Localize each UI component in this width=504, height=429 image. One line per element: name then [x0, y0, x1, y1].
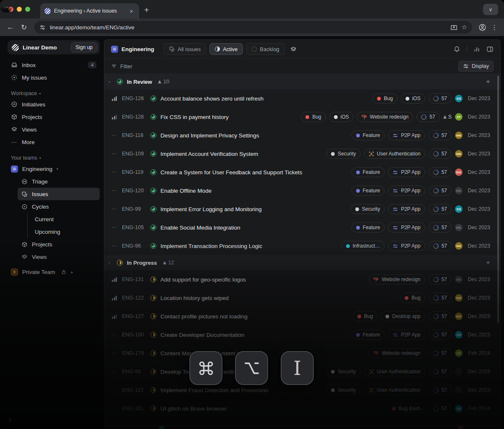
label-badge[interactable]: Bug — [400, 293, 425, 303]
avatar[interactable] — [455, 386, 463, 394]
sidebar-item-triage[interactable]: Triage — [18, 175, 100, 188]
avatar[interactable]: DK — [455, 224, 463, 231]
avatar[interactable]: EH — [455, 168, 463, 176]
tab-backlog[interactable]: Backlog — [246, 43, 284, 55]
issue-row[interactable]: ⋯ENG-99Implement Error Logging and Monit… — [104, 200, 500, 218]
sidebar-item-team-views[interactable]: Views — [18, 251, 100, 263]
cycle-badge[interactable]: 57 — [429, 403, 452, 413]
cycle-badge[interactable]: 57 — [429, 130, 452, 140]
issue-title[interactable]: Enable Offline Mode — [160, 188, 212, 194]
priority-icon[interactable] — [111, 115, 118, 119]
collapse-chevron-icon[interactable]: ▾ — [109, 261, 114, 265]
sidebar-team-engineering[interactable]: Engineering ▾ — [8, 163, 100, 175]
tab-all-issues[interactable]: All issues — [163, 43, 206, 55]
browser-menu-icon[interactable]: ⋮ — [489, 23, 500, 31]
avatar[interactable]: NN — [455, 132, 463, 139]
cycle-badge[interactable]: 57 — [429, 385, 452, 395]
section-header[interactable]: ▾In Progress12+ — [104, 255, 500, 270]
tab-close-icon[interactable]: × — [128, 8, 135, 15]
label-badge[interactable]: Feature — [352, 167, 385, 177]
sidebar-item-my-issues[interactable]: My issues — [8, 71, 100, 84]
issue-row[interactable]: ENG-131Add support for geo-specific logo… — [104, 270, 500, 289]
avatar[interactable]: NN — [455, 242, 463, 250]
issue-title[interactable]: Design and Implement Privacy Settings — [160, 132, 259, 139]
label-badge[interactable]: Bug — [372, 93, 397, 103]
issue-row[interactable]: ENG-126Account balance shows zero until … — [104, 89, 500, 108]
label-badge[interactable]: iOS — [401, 93, 425, 103]
address-bar[interactable]: linear.app/demo/team/ENG/active ☆ — [34, 21, 472, 34]
sidebar-item-cycles[interactable]: Cycles — [18, 200, 100, 213]
cycle-badge[interactable]: 57 — [429, 186, 452, 196]
project-badge[interactable]: P2P App — [388, 204, 425, 214]
label-badge[interactable]: iOS — [329, 112, 354, 122]
install-app-icon[interactable] — [450, 24, 457, 31]
cycle-badge[interactable]: 57 — [429, 222, 452, 233]
url-text[interactable]: linear.app/demo/team/ENG/active — [50, 24, 446, 31]
team-breadcrumb[interactable]: Engineering — [111, 46, 154, 53]
avatar[interactable]: NN — [455, 313, 463, 320]
issue-title[interactable]: Implement Account Verification System — [160, 151, 258, 157]
priority-icon[interactable]: ⋯ — [111, 389, 118, 391]
project-badge[interactable]: User Authentication — [364, 385, 425, 395]
issue-row[interactable]: ⋯ENG-120Enable Offline ModeFeatureP2P Ap… — [104, 181, 500, 200]
label-badge[interactable]: Feature — [352, 130, 385, 140]
label-badge[interactable]: Bug Bash — [388, 403, 425, 413]
label-badge[interactable]: Feature — [352, 330, 385, 340]
sidebar-item-issues[interactable]: Issues — [18, 188, 100, 200]
tab-active[interactable]: Active — [209, 43, 243, 55]
issue-title[interactable]: Location history gets wiped — [160, 295, 229, 301]
issue-row[interactable]: ENG-128Fix CSS in payment historyBugiOSW… — [104, 108, 500, 126]
issue-title[interactable]: Create Developer Documentation — [160, 332, 244, 338]
cycle-badge[interactable]: 57 — [429, 149, 452, 159]
issue-row[interactable]: ⋯ENG-105Enable Social Media IntegrationF… — [104, 218, 500, 237]
label-badge[interactable]: Bug — [353, 311, 377, 321]
project-badge[interactable]: User Authentication — [364, 367, 425, 377]
sidebar-item-views[interactable]: Views — [8, 123, 100, 136]
sidebar-item-initiatives[interactable]: Initiatives — [8, 98, 100, 111]
project-badge[interactable]: P2P App — [388, 167, 425, 177]
project-badge[interactable]: User Authentication — [364, 149, 425, 159]
estimate-badge[interactable]: S — [443, 114, 452, 120]
avatar[interactable]: SS — [455, 205, 463, 213]
priority-icon[interactable]: ⋯ — [111, 134, 118, 137]
cycle-badge[interactable]: 57 — [429, 167, 452, 177]
label-badge[interactable]: Feature — [352, 186, 385, 196]
cycle-badge[interactable]: 57 — [429, 367, 452, 377]
issue-title[interactable]: Create a System for User Feedback and Su… — [160, 169, 302, 176]
issue-title[interactable]: Add support for geo-specific logos — [160, 277, 246, 283]
project-badge[interactable]: Website redesign — [357, 112, 414, 122]
issue-title[interactable]: Fix CSS in payment history — [160, 114, 229, 120]
side-panel-toggle-icon[interactable] — [486, 46, 494, 53]
sidebar-item-team-projects[interactable]: Projects — [18, 238, 100, 251]
priority-icon[interactable]: ⋯ — [111, 189, 118, 192]
profile-icon[interactable] — [476, 23, 488, 31]
workspace-section-header[interactable]: Workspace ▾ — [11, 90, 100, 96]
priority-icon[interactable]: ⋯ — [111, 245, 118, 247]
priority-icon[interactable]: ⋯ — [111, 333, 118, 336]
priority-icon[interactable]: ⋯ — [111, 226, 118, 229]
workspace-switcher[interactable]: Linear Demo Sign up — [8, 40, 100, 54]
issue-row[interactable]: ⋯ENG-109Implement Account Verification S… — [104, 145, 500, 163]
new-tab-button[interactable]: + — [144, 4, 149, 16]
sidebar-item-current-cycle[interactable]: Current — [28, 213, 100, 225]
label-badge[interactable]: Desktop app — [381, 311, 425, 321]
vertical-scrollbar[interactable] — [497, 76, 499, 323]
tab-search-chevron-icon[interactable]: ∨ — [483, 4, 498, 15]
cycle-badge[interactable]: 57 — [429, 311, 452, 321]
issue-title[interactable]: Contact profile pictures not loading — [160, 313, 248, 320]
help-button[interactable]: ? — [8, 418, 11, 424]
avatar[interactable]: SS — [455, 331, 463, 339]
reload-button[interactable]: ↻ — [18, 21, 30, 34]
back-button[interactable]: ← — [4, 21, 17, 34]
label-badge[interactable]: Feature — [352, 222, 385, 233]
label-badge[interactable]: Security — [326, 149, 360, 159]
filter-button[interactable]: Filter — [111, 63, 132, 70]
teams-section-header[interactable]: Your teams ▾ — [11, 155, 100, 161]
project-badge[interactable]: P2P App — [388, 241, 425, 251]
issue-row[interactable]: ENG-127Contact profile pictures not load… — [104, 307, 500, 326]
label-badge[interactable]: Security — [326, 367, 360, 377]
add-issue-button[interactable]: + — [486, 258, 490, 267]
priority-icon[interactable] — [111, 277, 118, 282]
issue-title[interactable]: Enable Social Media Integration — [160, 225, 240, 231]
priority-icon[interactable] — [111, 96, 118, 101]
